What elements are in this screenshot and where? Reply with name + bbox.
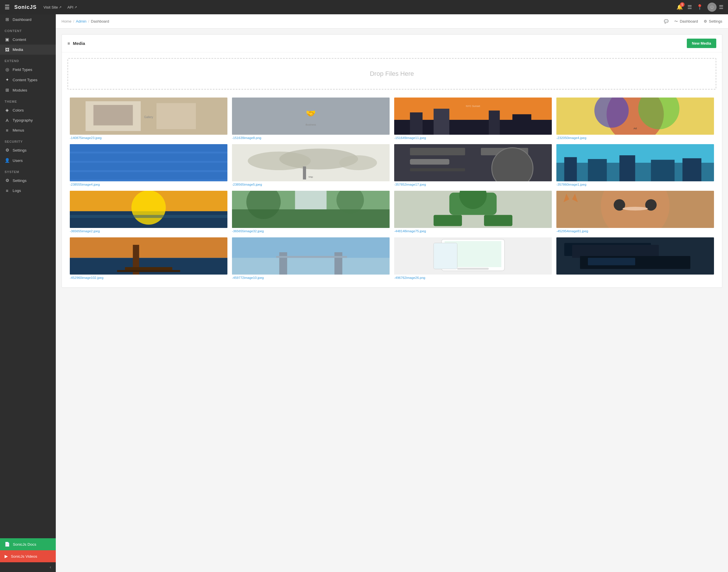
media-item-image: Art: [556, 97, 714, 135]
sidebar-label-media: Media: [13, 48, 23, 52]
content-area: Home / Admin / Dashboard 💬 〜 Dashboard ⚙…: [56, 14, 728, 572]
breadcrumb-admin[interactable]: Admin: [76, 19, 86, 23]
svg-rect-29: [303, 166, 306, 180]
svg-rect-13: [512, 115, 531, 135]
sub-header: Home / Admin / Dashboard 💬 〜 Dashboard ⚙…: [56, 14, 728, 28]
sidebar-item-media[interactable]: 🖼 Media: [0, 45, 56, 55]
sidebar-item-content[interactable]: ▣ Content: [0, 34, 56, 45]
media-item-image: [556, 144, 714, 181]
sub-header-chat[interactable]: 💬: [664, 19, 668, 23]
media-item[interactable]: [554, 235, 716, 282]
media-item[interactable]: Art -232050image4.jpeg: [554, 95, 716, 142]
svg-rect-80: [434, 243, 457, 269]
new-media-button[interactable]: New Media: [687, 39, 716, 48]
notification-button[interactable]: 🔔 5: [676, 4, 683, 10]
sidebar-item-users[interactable]: 👤 Users: [0, 155, 56, 165]
media-item[interactable]: Map -238565image5.jpeg: [230, 142, 392, 189]
media-card-title: ≡ Media: [68, 41, 85, 46]
sidebar-item-typography[interactable]: A Typography: [0, 115, 56, 125]
sidebar-item-dashboard[interactable]: ⊞ Dashboard: [0, 14, 56, 24]
logs-icon: ≡: [5, 188, 10, 193]
svg-point-65: [623, 207, 648, 211]
app-logo: SonicJS: [14, 4, 37, 10]
media-grid: Gallery -140875image23.jpeg 🤝Business -1…: [62, 95, 722, 287]
media-item[interactable]: -459772image10.jpeg: [230, 235, 392, 282]
drop-zone[interactable]: Drop Files Here: [68, 58, 716, 89]
sidebar-label-dashboard: Dashboard: [13, 17, 31, 22]
list-icon[interactable]: ☰: [687, 4, 692, 10]
sidebar-label-colors: Colors: [13, 108, 24, 113]
media-item-name: -151649image11.jpeg: [394, 136, 552, 140]
svg-rect-21: [70, 144, 227, 152]
media-item[interactable]: -357852image17.jpeg: [392, 142, 554, 189]
section-label-content: CONTENT: [0, 24, 56, 34]
sidebar-label-logs: Logs: [13, 189, 21, 193]
media-item-name: -357860image1.jpeg: [556, 183, 714, 186]
media-item[interactable]: -452960image102.jpeg: [68, 235, 230, 282]
sidebar-item-content-types[interactable]: ✦ Content Types: [0, 75, 56, 85]
media-item-name: -238555image4.jpeg: [70, 183, 227, 186]
sidebar-label-system-settings: Settings: [13, 178, 26, 183]
svg-rect-36: [410, 168, 465, 171]
breadcrumb: Home / Admin / Dashboard: [62, 19, 664, 23]
media-item-image: Gallery: [70, 97, 227, 135]
media-item-image: [232, 237, 389, 275]
sidebar-item-modules[interactable]: ⊞ Modules: [0, 85, 56, 95]
sidebar-item-menus[interactable]: ≡ Menus: [0, 125, 56, 135]
location-icon[interactable]: 📍: [697, 4, 703, 10]
api-link[interactable]: API ↗: [67, 5, 77, 9]
media-item[interactable]: -496762image26.png: [392, 235, 554, 282]
media-item[interactable]: -452954image81.jpeg: [554, 189, 716, 235]
sidebar-label-menus: Menus: [13, 128, 24, 132]
section-label-theme: THEME: [0, 95, 56, 105]
media-item[interactable]: -448148image75.jpeg: [392, 189, 554, 235]
sidebar-collapse-button[interactable]: ‹: [0, 562, 56, 572]
sidebar-label-content-types: Content Types: [13, 78, 38, 82]
users-icon: 👤: [5, 158, 10, 163]
svg-rect-24: [70, 172, 227, 180]
svg-rect-75: [276, 256, 347, 258]
visit-site-link[interactable]: Visit Site ↗: [44, 5, 62, 9]
page-content: ≡ Media New Media Drop Files Here Galler…: [56, 28, 728, 572]
svg-rect-32: [410, 148, 465, 155]
sidebar-item-docs[interactable]: 📄 SonicJs Docs: [0, 538, 56, 550]
breadcrumb-home[interactable]: Home: [62, 19, 72, 23]
svg-text:Art: Art: [634, 127, 637, 130]
media-item-image: Map: [232, 144, 389, 181]
hamburger-icon[interactable]: ☰: [5, 4, 10, 11]
sidebar-item-system-settings[interactable]: ⚙ Settings: [0, 175, 56, 186]
sidebar-item-colors[interactable]: ◈ Colors: [0, 105, 56, 115]
external-link-icon: ↗: [59, 5, 62, 9]
sub-header-settings-link[interactable]: ⚙ Settings: [704, 19, 722, 23]
colors-icon: ◈: [5, 108, 10, 113]
media-item[interactable]: -365655image2.jpeg: [68, 189, 230, 235]
media-item-name: -151639image8.png: [232, 136, 389, 140]
sidebar-bottom: 📄 SonicJs Docs ▶ SonicJs Videos ‹: [0, 538, 56, 572]
media-item[interactable]: -238555image4.jpeg: [68, 142, 230, 189]
svg-rect-58: [484, 215, 512, 226]
media-item[interactable]: 🤝Business -151639image8.png: [230, 95, 392, 142]
docs-icon: 📄: [5, 542, 10, 547]
main-menu-icon[interactable]: ☰: [719, 4, 723, 10]
sidebar-item-logs[interactable]: ≡ Logs: [0, 186, 56, 196]
svg-text:Gallery: Gallery: [144, 116, 153, 119]
media-item[interactable]: Gallery -140875image23.jpeg: [68, 95, 230, 142]
user-avatar[interactable]: ☺: [707, 3, 717, 12]
media-item[interactable]: NYC Sunset -151649image11.jpeg: [392, 95, 554, 142]
media-item-name: -459772image10.jpeg: [232, 276, 389, 279]
svg-rect-74: [335, 252, 343, 275]
sidebar-item-field-types[interactable]: ◎ Field Types: [0, 64, 56, 75]
svg-rect-83: [572, 245, 659, 258]
media-item[interactable]: -357860image1.jpeg: [554, 142, 716, 189]
media-item[interactable]: -365655image32.jpeg: [230, 189, 392, 235]
sidebar-item-security-settings[interactable]: ⚙ Settings: [0, 145, 56, 155]
media-item-name: -357852image17.jpeg: [394, 183, 552, 186]
sidebar-item-videos[interactable]: ▶ SonicJs Videos: [0, 550, 56, 562]
sub-header-dashboard-link[interactable]: 〜 Dashboard: [674, 19, 698, 24]
svg-rect-3: [93, 105, 133, 126]
sidebar-label-content: Content: [13, 38, 26, 42]
section-label-extend: EXTEND: [0, 55, 56, 64]
svg-rect-47: [70, 215, 227, 218]
notification-badge: 5: [680, 2, 684, 7]
sidebar-label-docs: SonicJs Docs: [13, 542, 36, 547]
